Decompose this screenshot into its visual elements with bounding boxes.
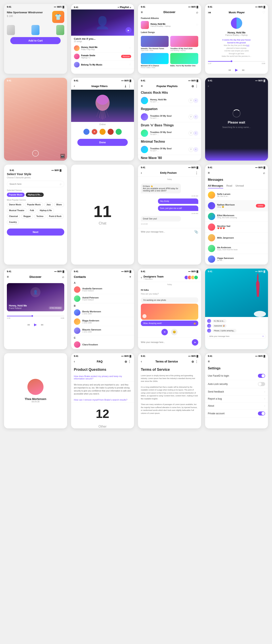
gc-close-btn[interactable]: ✕ bbox=[162, 329, 168, 335]
progress-bar[interactable] bbox=[208, 61, 265, 62]
mini-play[interactable]: ▶ bbox=[34, 322, 37, 327]
genre-reggae[interactable]: Reggae bbox=[21, 214, 33, 219]
profile-video-card: 9:41 ▪▪▪ WiFi ▓ Hi, this is to... Awesom… bbox=[205, 268, 268, 349]
settings-menu-icon[interactable]: ≡ bbox=[208, 360, 210, 363]
gc-back-btn[interactable]: ‹ bbox=[141, 276, 142, 279]
pop-icon-2[interactable]: ⋮ bbox=[195, 84, 198, 88]
genre-classical[interactable]: Classical bbox=[7, 214, 20, 219]
genre-hiphop2[interactable]: Hiphop & Re bbox=[38, 208, 54, 213]
pop-info-4: Troubles Of My Soul To-sort • ... bbox=[150, 147, 188, 152]
tos-icon-1[interactable]: ⊕ bbox=[192, 360, 194, 363]
genre-dance[interactable]: Dance Music bbox=[7, 202, 24, 207]
tab-unread[interactable]: Unread bbox=[236, 184, 244, 188]
settings-toggle-auto-lock[interactable] bbox=[258, 382, 265, 386]
faq-q2[interactable]: How can I remove myself from Brake's sea… bbox=[71, 397, 134, 403]
add-to-cart-button[interactable]: Add to Cart bbox=[10, 37, 61, 44]
pop-btn-outline-3[interactable]: ♡ bbox=[188, 131, 194, 136]
nav-circle[interactable]: ○ bbox=[32, 150, 39, 156]
msg-menu-icon[interactable]: ≡ bbox=[208, 171, 210, 175]
chat-more-icon[interactable]: ⋮ bbox=[195, 171, 198, 175]
pop-menu[interactable]: ≡ bbox=[141, 84, 143, 88]
lyric-line-3: And the vast empire you came bbox=[224, 50, 249, 52]
mini-progress-bar[interactable] bbox=[7, 316, 64, 316]
item-heart-1[interactable]: ♡ bbox=[129, 47, 131, 50]
pop-btn-filled-1[interactable]: + bbox=[194, 98, 198, 103]
disc2-menu[interactable]: ≡ bbox=[7, 275, 9, 279]
filters-more-icon[interactable]: ⋮ bbox=[128, 84, 131, 88]
gc-input[interactable] bbox=[141, 341, 192, 343]
remove-button[interactable]: Remove bbox=[121, 55, 131, 58]
pop-btn-outline-4[interactable]: ♡ bbox=[188, 147, 194, 152]
search-disc[interactable]: ⌕ bbox=[196, 10, 198, 14]
gc-reaction-btn[interactable]: 😊 bbox=[171, 329, 178, 335]
genre-musical[interactable]: Musical Theatre bbox=[7, 208, 26, 213]
pop-btn-filled-4[interactable]: + bbox=[194, 147, 198, 152]
filters-download-icon[interactable]: ⤓ bbox=[124, 84, 127, 88]
chat-input[interactable] bbox=[141, 231, 194, 233]
filter-blue[interactable] bbox=[84, 129, 90, 135]
vc-send-icon[interactable]: + bbox=[262, 335, 264, 338]
skip-back-button[interactable]: ⏮ bbox=[228, 68, 231, 72]
status-icons-mp: ▪▪▪ WiFi ▓ bbox=[255, 6, 265, 8]
filter-orange[interactable] bbox=[100, 129, 106, 135]
genre-folk[interactable]: Folk bbox=[28, 208, 36, 213]
genre-hiphop[interactable]: Hiphop & Re... bbox=[26, 193, 44, 197]
genre-pop[interactable]: Popular Music bbox=[25, 202, 43, 207]
done-button[interactable]: Done bbox=[77, 139, 128, 146]
filter-red-x[interactable]: ✕ bbox=[92, 129, 98, 135]
settings-toggle-private[interactable] bbox=[258, 412, 265, 416]
delete-button-nathan[interactable]: Delete bbox=[256, 204, 265, 208]
menu-icon[interactable]: ≡ bbox=[118, 6, 119, 8]
genre-techno[interactable]: Techno bbox=[34, 214, 46, 219]
settings-toggle-face-id[interactable] bbox=[258, 374, 265, 378]
gc-send-button[interactable]: ➤ bbox=[192, 339, 198, 346]
filter-green[interactable] bbox=[116, 129, 122, 135]
album-heart-1[interactable]: ♡ bbox=[196, 24, 198, 26]
genre-punk[interactable]: Punk & Rock bbox=[47, 214, 64, 219]
genre-jazz[interactable]: Jazz bbox=[44, 202, 53, 207]
genre-popular-music[interactable]: Popular Music bbox=[7, 193, 24, 197]
contacts-add-icon[interactable]: + bbox=[129, 275, 131, 279]
filter-dark-red[interactable] bbox=[108, 129, 114, 135]
mini-skip-fwd[interactable]: ⏭ bbox=[41, 323, 44, 326]
item-heart-3[interactable]: ♡ bbox=[129, 63, 131, 66]
msg-search-icon[interactable]: ⌕ bbox=[263, 171, 265, 175]
play-pause-button[interactable]: ▶ bbox=[235, 68, 238, 72]
disc2-search[interactable]: ⌕ bbox=[62, 275, 64, 279]
msg-sent-2: Sure, just give me a call! bbox=[158, 206, 198, 211]
play-button[interactable]: ▶ bbox=[126, 27, 132, 33]
style-search-input[interactable] bbox=[10, 183, 60, 185]
genre-blues[interactable]: Blues bbox=[54, 202, 64, 207]
next-button[interactable]: Next bbox=[7, 228, 64, 236]
settings-about[interactable]: About › bbox=[205, 402, 268, 410]
tab-all-messages[interactable]: All Messages bbox=[208, 184, 223, 188]
vc-input[interactable] bbox=[209, 335, 262, 337]
tab-read[interactable]: Read bbox=[226, 184, 232, 188]
settings-title-text: Settings bbox=[205, 365, 268, 372]
faq-q1[interactable]: How does Brake protect my privacy and ke… bbox=[71, 374, 134, 382]
camera-icon: 📷 bbox=[61, 155, 64, 158]
chat-attach-icon[interactable]: 📎 bbox=[194, 230, 198, 234]
time-pl: 9:41 bbox=[74, 6, 78, 8]
pop-btn-outline-2[interactable]: ♡ bbox=[188, 114, 194, 119]
genre-country[interactable]: Country bbox=[7, 220, 19, 224]
mini-skip-back[interactable]: ⏮ bbox=[27, 323, 30, 326]
mp-heart[interactable]: ♡ bbox=[262, 10, 265, 14]
camera-icon-btn[interactable]: 📷 bbox=[60, 154, 65, 158]
pop-btn-filled-3[interactable]: + bbox=[194, 131, 198, 136]
mp-back[interactable]: ⏮ bbox=[208, 11, 211, 14]
cover-bg: 👤 ▶ bbox=[71, 10, 134, 36]
pop-btn-outline-1[interactable]: ♡ bbox=[188, 98, 194, 103]
faq-icon-2[interactable]: ⋮ bbox=[128, 360, 131, 363]
faq-icon-1[interactable]: ⊕ bbox=[124, 360, 127, 363]
settings-report-bug[interactable]: Report a bug › bbox=[205, 395, 268, 402]
contact-phone-astrid: Frank Holland bbox=[82, 299, 99, 301]
search-icon[interactable]: ⌕ bbox=[130, 6, 131, 8]
pop-btn-filled-2[interactable]: + bbox=[194, 114, 198, 119]
pop-icon-1[interactable]: ⊕ bbox=[192, 84, 194, 88]
tos-icon-2[interactable]: ⋮ bbox=[195, 360, 198, 363]
dark-back-btn[interactable]: ‹ bbox=[208, 84, 209, 88]
menu-disc[interactable]: ≡ bbox=[141, 10, 143, 14]
skip-fwd-button[interactable]: ⏭ bbox=[242, 68, 245, 72]
settings-feedback[interactable]: Send feedback › bbox=[205, 388, 268, 395]
